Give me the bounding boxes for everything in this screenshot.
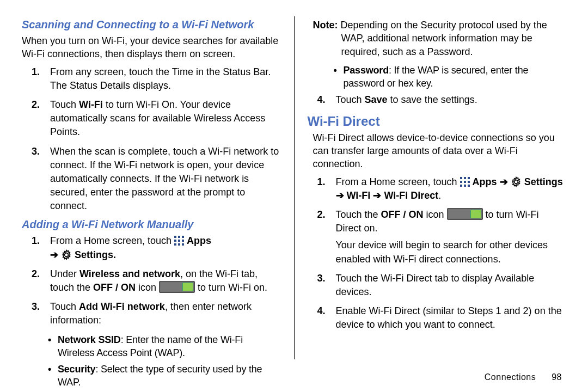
settings-icon [511, 176, 522, 187]
step-number: 2. [32, 98, 40, 112]
step-1: 1. From any screen, touch the Time in th… [22, 65, 281, 93]
bold-label: Wireless and network [79, 268, 180, 279]
section-heading-wifidirect: Wi-Fi Direct [308, 114, 567, 129]
step-text: Touch the [336, 209, 381, 220]
steps-adding: 1. From a Home screen, touch Apps ➔ Sett… [22, 234, 281, 327]
bold-label: Wi-Fi [79, 99, 103, 110]
step-text: When the scan is complete, touch a Wi-Fi… [50, 146, 279, 212]
intro-text: When you turn on Wi-Fi, your device sear… [22, 34, 281, 61]
bullets-password: Password: If the WAP is secured, enter t… [308, 64, 567, 90]
step-number: 3. [317, 272, 326, 285]
step-text: Enable Wi-Fi Direct (similar to Steps 1 … [336, 305, 562, 330]
step-text: icon [136, 282, 159, 293]
step-text: The Status Details displays. [50, 80, 171, 91]
settings-icon [61, 249, 72, 260]
step-1: 1. From a Home screen, touch Apps ➔ Sett… [22, 234, 281, 261]
left-column: Scanning and Connecting to a Wi-Fi Netwo… [22, 16, 292, 381]
step-3: 3. Touch Add Wi-Fi network, then enter n… [22, 300, 281, 327]
bold-label: Add Wi-Fi network [79, 301, 165, 312]
arrow-icon: ➔ [500, 176, 508, 187]
bold-label: Password [344, 65, 389, 76]
column-divider [294, 16, 295, 359]
toggle-on-icon [447, 208, 483, 220]
step-text: Touch [50, 301, 79, 312]
bullet-security: Security: Select the type of security us… [22, 363, 281, 389]
bold-label: Settings [524, 176, 563, 187]
step-text: From a Home screen, touch [50, 235, 174, 246]
step-text: From any screen, touch the Time in the S… [50, 66, 271, 77]
step-text: Touch [50, 99, 79, 110]
step-4: 4. Touch Save to save the settings. [308, 93, 567, 107]
step-text: . [438, 190, 441, 201]
page-footer: Connections 98 [485, 372, 562, 382]
bold-label: Wi-Fi Direct [384, 190, 438, 201]
bullets-network-info: Network SSID: Enter the name of the Wi-F… [22, 333, 281, 389]
bold-label: Apps [473, 176, 500, 187]
step-number: 4. [317, 93, 326, 107]
step-number: 4. [317, 304, 326, 318]
step-text: From a Home screen, touch [336, 176, 460, 187]
step-text: to turn Wi-Fi on. [195, 282, 267, 293]
note-block: Note: Depending on the Security protocol… [308, 19, 567, 58]
step-4: 4. Enable Wi-Fi Direct (similar to Steps… [308, 304, 567, 332]
note-text: Depending on the Security protocol used … [338, 20, 547, 57]
steps-wifidirect: 1. From a Home screen, touch Apps ➔ Sett… [308, 175, 567, 332]
step-text: Your device will begin to search for oth… [336, 240, 548, 264]
step-text: to save the settings. [388, 94, 477, 105]
note-label: Note: [313, 20, 338, 30]
bold-label: Apps [187, 235, 211, 246]
step-number: 2. [317, 208, 326, 222]
subheading-adding: Adding a Wi-Fi Network Manually [22, 218, 281, 231]
arrow-icon: ➔ [336, 190, 344, 201]
step-number: 3. [32, 300, 40, 314]
step-text: Touch the Wi-Fi Direct tab to display Av… [336, 273, 535, 297]
bold-label: OFF / ON [93, 282, 136, 293]
page-number: 98 [552, 372, 562, 382]
bullet-password: Password: If the WAP is secured, enter t… [308, 64, 567, 90]
step-2: 2. Touch the OFF / ON icon to turn Wi-Fi… [308, 208, 567, 266]
right-column: Note: Depending on the Security protocol… [297, 16, 567, 381]
manual-page: Scanning and Connecting to a Wi-Fi Netwo… [0, 0, 588, 392]
bold-label: Security [58, 364, 95, 375]
subheading-scanning: Scanning and Connecting to a Wi-Fi Netwo… [22, 19, 281, 31]
bold-label: Wi-Fi [347, 190, 373, 201]
step-number: 3. [32, 145, 40, 158]
step-number: 1. [32, 234, 40, 248]
bullet-ssid: Network SSID: Enter the name of the Wi-F… [22, 333, 281, 360]
step-2: 2. Touch Wi-Fi to turn Wi-Fi On. Your de… [22, 98, 281, 139]
step-3: 3. Touch the Wi-Fi Direct tab to display… [308, 272, 567, 299]
step-text: Touch [336, 94, 365, 105]
bold-label: Settings. [75, 249, 116, 260]
bold-label: OFF / ON [381, 209, 424, 220]
toggle-on-icon [159, 281, 195, 293]
step-text: icon [424, 209, 447, 220]
step-number: 2. [32, 267, 40, 281]
section-label: Connections [485, 372, 536, 382]
apps-icon [460, 177, 470, 187]
step-number: 1. [32, 65, 40, 79]
arrow-icon: ➔ [50, 249, 58, 260]
intro-text: Wi-Fi Direct allows device-to-device con… [308, 131, 567, 171]
apps-icon [174, 236, 184, 246]
arrow-icon: ➔ [373, 190, 381, 201]
step-2: 2. Under Wireless and network, on the Wi… [22, 267, 281, 295]
bold-label: Network SSID [58, 334, 121, 345]
step-text: Under [50, 268, 79, 279]
steps-save: 4. Touch Save to save the settings. [308, 93, 567, 107]
steps-scanning: 1. From any screen, touch the Time in th… [22, 65, 281, 213]
step-number: 1. [317, 175, 326, 189]
step-3: 3. When the scan is complete, touch a Wi… [22, 145, 281, 213]
bold-label: Save [365, 94, 388, 105]
step-1: 1. From a Home screen, touch Apps ➔ Sett… [308, 175, 567, 203]
